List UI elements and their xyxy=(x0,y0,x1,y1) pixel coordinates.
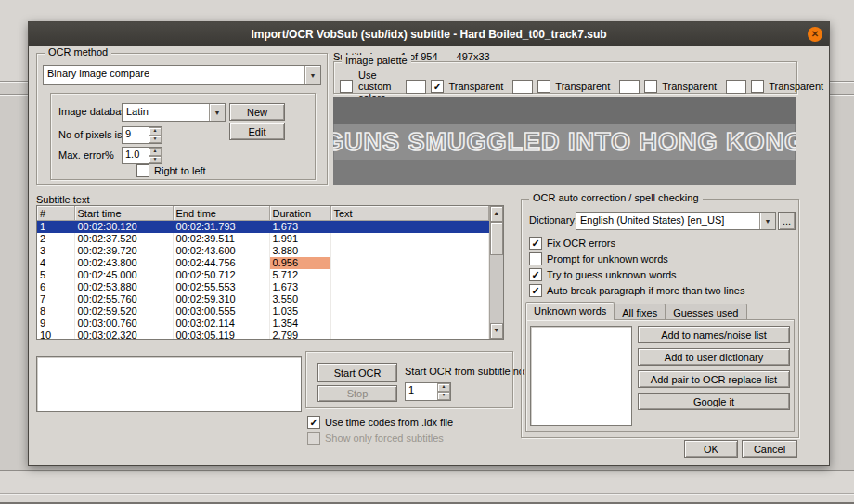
cell-text[interactable] xyxy=(330,221,488,234)
cell-num[interactable]: 10 xyxy=(37,330,74,340)
dictionary-select[interactable]: English (United States) [en_US] ▼ xyxy=(576,212,776,230)
guess-unknown-option[interactable]: Try to guess unknown words xyxy=(529,268,677,281)
stop-button[interactable]: Stop xyxy=(317,385,397,402)
cell-num[interactable]: 7 xyxy=(37,293,74,305)
cell-duration[interactable]: 1.035 xyxy=(269,305,330,317)
add-to-names-noise-list-button[interactable]: Add to names/noise list xyxy=(638,326,790,343)
spinner-up-icon[interactable]: ▲ xyxy=(149,127,162,136)
cell-num[interactable]: 9 xyxy=(37,317,74,330)
cell-text[interactable] xyxy=(330,281,488,293)
autobreak-option[interactable]: Auto break paragraph if more than two li… xyxy=(529,284,744,297)
dictionary-more-button[interactable]: ... xyxy=(778,212,796,230)
fix-ocr-errors-option[interactable]: Fix OCR errors xyxy=(529,237,615,250)
image-database-select[interactable]: Latin ▼ xyxy=(122,103,226,122)
cell-num[interactable]: 6 xyxy=(37,281,74,293)
palette-color-swatch[interactable] xyxy=(406,80,426,94)
pixels-space-stepper[interactable]: 9 ▲▼ xyxy=(122,126,162,144)
autobreak-checkbox[interactable] xyxy=(529,284,542,297)
vertical-scrollbar[interactable]: ▲ ▼ xyxy=(489,206,504,339)
cell-duration[interactable]: 1.991 xyxy=(269,233,330,245)
palette-color-swatch[interactable] xyxy=(619,80,640,94)
use-custom-colors-checkbox[interactable] xyxy=(340,80,353,93)
cell-text[interactable] xyxy=(330,257,488,269)
unknown-words-list[interactable] xyxy=(530,326,632,426)
edit-button[interactable]: Edit xyxy=(229,123,285,140)
guess-unknown-checkbox[interactable] xyxy=(529,268,542,281)
scrollbar-thumb[interactable] xyxy=(490,222,504,255)
table-row[interactable]: 400:02:43.80000:02:44.7560.956 xyxy=(37,257,488,269)
table-row[interactable]: 900:03:00.76000:03:02.1141.354 xyxy=(37,317,488,330)
cell-start[interactable]: 00:03:02.320 xyxy=(74,330,173,340)
cancel-button[interactable]: Cancel xyxy=(742,440,797,458)
cell-duration[interactable]: 3.880 xyxy=(269,245,330,257)
add-pair-to-ocr-replace-list-button[interactable]: Add pair to OCR replace list xyxy=(638,370,790,388)
cell-end[interactable]: 00:02:55.553 xyxy=(173,281,269,293)
column-header-duration[interactable]: Duration xyxy=(269,206,330,221)
cell-start[interactable]: 00:02:55.760 xyxy=(74,293,173,305)
cell-text[interactable] xyxy=(330,293,488,305)
cell-start[interactable]: 00:02:43.800 xyxy=(74,257,173,269)
add-to-user-dictionary-button[interactable]: Add to user dictionary xyxy=(638,348,790,366)
chevron-down-icon[interactable]: ▼ xyxy=(304,66,320,84)
tab-all-fixes[interactable]: All fixes xyxy=(614,304,666,320)
chevron-down-icon[interactable]: ▼ xyxy=(209,104,225,121)
ocr-method-select[interactable]: Binary image compare ▼ xyxy=(43,65,321,85)
tab-guesses-used[interactable]: Guesses used xyxy=(665,304,746,320)
cell-duration[interactable]: 3.550 xyxy=(269,293,330,305)
max-error-stepper[interactable]: 1.0 ▲▼ xyxy=(122,147,162,164)
transparent-checkbox[interactable] xyxy=(537,80,550,93)
cell-text[interactable] xyxy=(330,305,488,317)
spinner-down-icon[interactable]: ▼ xyxy=(149,156,162,164)
cell-text[interactable] xyxy=(330,269,488,281)
table-row[interactable]: 800:02:59.52000:03:00.5551.035 xyxy=(37,305,488,317)
cell-start[interactable]: 00:02:30.120 xyxy=(74,221,173,234)
palette-color-swatch[interactable] xyxy=(512,80,533,94)
cell-num[interactable]: 1 xyxy=(37,221,74,234)
use-timecodes-checkbox[interactable] xyxy=(307,416,320,429)
close-icon[interactable]: ✕ xyxy=(808,27,822,42)
prompt-unknown-option[interactable]: Prompt for unknown words xyxy=(529,252,668,265)
new-button[interactable]: New xyxy=(229,103,285,121)
cell-text[interactable] xyxy=(330,245,488,257)
cell-duration[interactable]: 1.673 xyxy=(269,281,330,293)
cell-duration[interactable]: 5.712 xyxy=(269,269,330,281)
transparent-checkbox[interactable] xyxy=(751,80,764,93)
google-it-button[interactable]: Google it xyxy=(638,393,790,410)
spinner-down-icon[interactable]: ▼ xyxy=(149,136,162,144)
cell-start[interactable]: 00:03:00.760 xyxy=(74,317,173,330)
cell-end[interactable]: 00:03:00.555 xyxy=(173,305,269,317)
cell-start[interactable]: 00:02:59.520 xyxy=(74,305,173,317)
cell-text[interactable] xyxy=(330,233,488,245)
cell-end[interactable]: 00:03:02.114 xyxy=(173,317,269,330)
table-row[interactable]: 700:02:55.76000:02:59.3103.550 xyxy=(37,293,488,305)
cell-start[interactable]: 00:02:39.720 xyxy=(74,245,173,257)
cell-start[interactable]: 00:02:53.880 xyxy=(74,281,173,293)
cell-duration[interactable]: 1.354 xyxy=(269,317,330,330)
table-row[interactable]: 500:02:45.00000:02:50.7125.712 xyxy=(37,269,488,281)
cell-num[interactable]: 3 xyxy=(37,245,74,257)
column-header-text[interactable]: Text xyxy=(330,206,488,221)
use-timecodes-option[interactable]: Use time codes from .idx file xyxy=(307,416,453,429)
table-row[interactable]: 1000:03:02.32000:03:05.1192.799 xyxy=(37,330,488,340)
right-to-left-option[interactable]: Right to left xyxy=(136,164,206,177)
spinner-up-icon[interactable]: ▲ xyxy=(437,383,450,392)
cell-duration[interactable]: 1.673 xyxy=(269,221,330,234)
cell-end[interactable]: 00:02:59.310 xyxy=(173,293,269,305)
cell-end[interactable]: 00:02:50.712 xyxy=(173,269,269,281)
table-row[interactable]: 600:02:53.88000:02:55.5531.673 xyxy=(37,281,488,293)
cell-num[interactable]: 8 xyxy=(37,305,74,317)
table-row[interactable]: 300:02:39.72000:02:43.6003.880 xyxy=(37,245,488,257)
table-row[interactable]: 100:02:30.12000:02:31.7931.673 xyxy=(37,221,488,234)
scrollbar-track[interactable] xyxy=(490,255,504,323)
tab-unknown-words[interactable]: Unknown words xyxy=(525,302,615,320)
cell-duration[interactable]: 2.799 xyxy=(269,330,330,340)
cell-start[interactable]: 00:02:45.000 xyxy=(74,269,173,281)
cell-duration[interactable]: 0.956 xyxy=(269,257,330,269)
chevron-down-icon[interactable]: ▼ xyxy=(759,213,775,229)
column-header-end-time[interactable]: End time xyxy=(173,206,269,221)
right-to-left-checkbox[interactable] xyxy=(136,164,149,177)
column-header-num[interactable]: # xyxy=(37,206,74,221)
cell-end[interactable]: 00:02:31.793 xyxy=(173,221,269,234)
cell-text[interactable] xyxy=(330,317,488,330)
cell-text[interactable] xyxy=(330,330,488,340)
